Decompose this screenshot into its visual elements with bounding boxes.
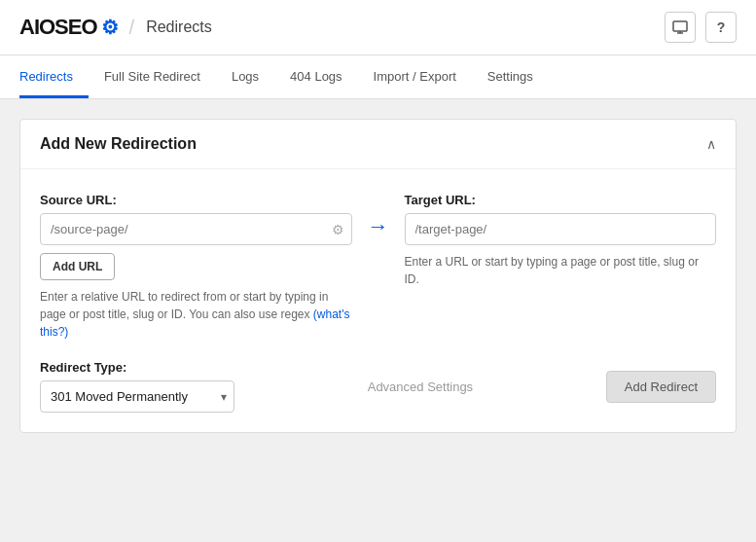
header-title: Redirects (146, 18, 212, 36)
screen-icon (672, 19, 688, 35)
header-divider: / (129, 17, 135, 39)
logo-text: AIOSEO (19, 15, 97, 40)
arrow-divider: → (368, 193, 389, 237)
collapse-icon[interactable]: ∧ (706, 136, 716, 152)
tab-404-logs[interactable]: 404 Logs (274, 55, 358, 98)
source-url-gear-icon[interactable]: ⚙ (332, 222, 344, 237)
card-title: Add New Redirection (40, 135, 197, 153)
tab-settings[interactable]: Settings (472, 55, 549, 98)
source-url-input[interactable] (40, 213, 352, 245)
nav-tabs: Redirects Full Site Redirect Logs 404 Lo… (0, 55, 756, 99)
redirect-type-select[interactable]: 301 Moved Permanently 302 Found 307 Temp… (40, 380, 234, 413)
target-url-help: Enter a URL or start by typing a page or… (405, 253, 717, 288)
main-content: Add New Redirection ∧ Source URL: ⚙ Add … (0, 99, 756, 452)
source-url-label: Source URL: (40, 193, 352, 207)
target-url-col: Target URL: Enter a URL or start by typi… (405, 193, 717, 288)
add-redirect-button[interactable]: Add Redirect (606, 371, 716, 403)
form-bottom-row: Redirect Type: 301 Moved Permanently 302… (40, 360, 716, 413)
help-icon-button[interactable]: ? (705, 12, 737, 43)
header: AIOSEO⚙ / Redirects ? (0, 0, 756, 55)
add-url-button[interactable]: Add URL (40, 253, 115, 280)
card-header: Add New Redirection ∧ (20, 120, 736, 169)
add-redirection-card: Add New Redirection ∧ Source URL: ⚙ Add … (19, 119, 737, 433)
source-url-help: Enter a relative URL to redirect from or… (40, 288, 352, 341)
svg-rect-0 (673, 21, 687, 31)
help-icon: ? (717, 19, 726, 35)
target-url-input[interactable] (405, 213, 717, 245)
logo-gear-icon: ⚙ (101, 16, 118, 39)
logo: AIOSEO⚙ (19, 15, 118, 40)
screen-icon-button[interactable] (665, 12, 696, 43)
target-url-label: Target URL: (405, 193, 717, 207)
arrow-right-icon: → (368, 216, 389, 237)
advanced-settings-link[interactable]: Advanced Settings (254, 379, 587, 394)
tab-logs[interactable]: Logs (216, 55, 274, 98)
redirect-type-col: Redirect Type: 301 Moved Permanently 302… (40, 360, 234, 413)
header-left: AIOSEO⚙ / Redirects (19, 15, 212, 40)
redirect-type-select-wrapper: 301 Moved Permanently 302 Found 307 Temp… (40, 380, 234, 413)
tab-full-site-redirect[interactable]: Full Site Redirect (89, 55, 216, 98)
tab-redirects[interactable]: Redirects (19, 55, 89, 98)
tab-import-export[interactable]: Import / Export (358, 55, 472, 98)
url-form-row: Source URL: ⚙ Add URL Enter a relative U… (40, 193, 716, 341)
target-url-input-wrapper (405, 213, 717, 245)
card-body: Source URL: ⚙ Add URL Enter a relative U… (20, 169, 736, 432)
source-url-input-wrapper: ⚙ (40, 213, 352, 245)
source-url-col: Source URL: ⚙ Add URL Enter a relative U… (40, 193, 352, 341)
redirect-type-label: Redirect Type: (40, 360, 234, 375)
header-icons: ? (665, 12, 737, 43)
